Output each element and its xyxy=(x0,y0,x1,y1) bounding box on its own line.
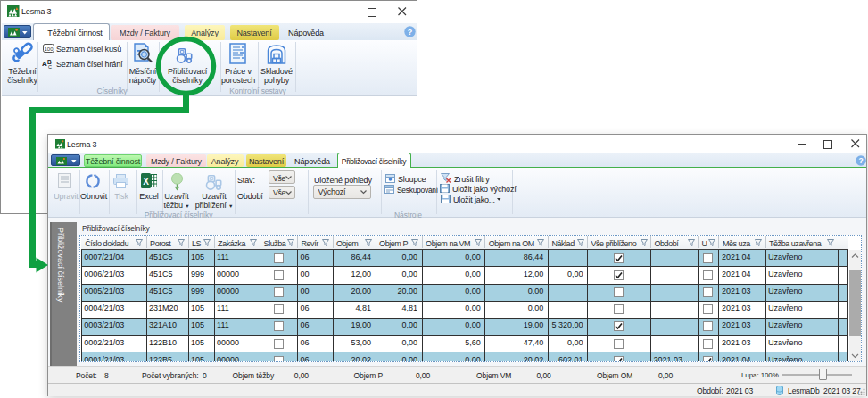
svg-text:?: ? xyxy=(858,156,863,165)
svg-text:C: C xyxy=(48,64,52,70)
svg-text:X: X xyxy=(143,177,149,187)
svg-text:100: 100 xyxy=(44,46,54,52)
svg-text:?: ? xyxy=(408,28,413,37)
